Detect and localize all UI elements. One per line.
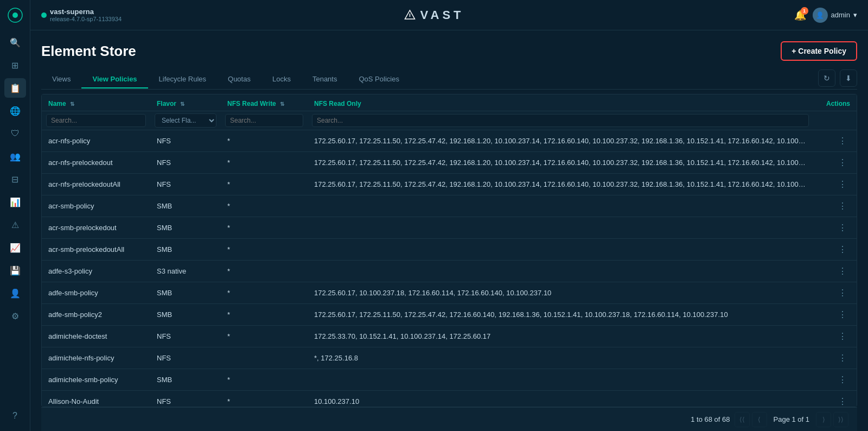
sidebar-item-trend[interactable]: 📈	[4, 238, 26, 257]
cell-nfs-ro: 172.25.33.70, 10.152.1.41, 10.100.237.14…	[308, 326, 813, 347]
cell-actions: ⋮	[813, 217, 857, 239]
row-actions-menu[interactable]: ⋮	[835, 265, 850, 277]
cell-name: adimichele-doctest	[42, 326, 150, 347]
table-row: adfe-smb-policy SMB * 172.25.60.17, 10.1…	[42, 282, 857, 304]
table-row: acr-smb-policy SMB * ⋮	[42, 195, 857, 217]
row-actions-menu[interactable]: ⋮	[835, 396, 850, 407]
cell-actions: ⋮	[813, 369, 857, 391]
table-row: adfe-smb-policy2 SMB * 172.25.60.17, 172…	[42, 304, 857, 326]
sidebar-item-help[interactable]: ?	[4, 406, 26, 426]
tab-tenants[interactable]: Tenants	[302, 71, 348, 88]
page-next-button[interactable]: ⟩	[816, 412, 831, 427]
row-actions-menu[interactable]: ⋮	[835, 309, 850, 320]
instance-status: vast-superna release-4.7.0-sp7-1133934	[41, 8, 122, 22]
pagination-range: 1 to 68 of 68	[691, 415, 730, 423]
sidebar-item-users[interactable]: 👥	[4, 147, 26, 166]
cell-nfs-rw: *	[221, 326, 308, 347]
user-settings-icon: 👤	[10, 288, 21, 299]
cell-flavor: NFS	[150, 152, 221, 174]
refresh-icon: ↻	[824, 74, 830, 83]
users-icon: 👥	[10, 151, 21, 162]
sidebar-item-chart[interactable]: 📊	[4, 192, 26, 212]
topbar-left: vast-superna release-4.7.0-sp7-1133934	[41, 8, 122, 22]
layers-icon: ⊟	[11, 174, 18, 185]
cell-flavor: SMB	[150, 304, 221, 326]
filter-nfs-ro-cell	[308, 111, 813, 130]
filter-nfs-rw-cell	[221, 111, 308, 130]
create-policy-button[interactable]: + Create Policy	[781, 41, 857, 61]
tabs-right: ↻ ⬇	[818, 69, 857, 89]
cell-name: acr-nfs-policy	[42, 130, 150, 152]
filter-name-input[interactable]	[46, 114, 146, 127]
cell-name: adfe-smb-policy2	[42, 304, 150, 326]
table-row: acr-nfs-prelockedoutAll NFS * 172.25.60.…	[42, 174, 857, 195]
cell-actions: ⋮	[813, 174, 857, 195]
globe-icon: 🌐	[10, 106, 21, 116]
sidebar-item-globe[interactable]: 🌐	[4, 101, 26, 121]
sidebar: 🔍 ⊞ 📋 🌐 🛡 👥 ⊟ 📊 ⚠ 📈 💾 👤 ⚙ ?	[0, 0, 30, 431]
app-logo[interactable]	[5, 5, 25, 25]
filter-nfs-ro-input[interactable]	[312, 114, 809, 127]
sidebar-item-storage[interactable]: 💾	[4, 261, 26, 280]
row-actions-menu[interactable]: ⋮	[835, 157, 850, 168]
refresh-button[interactable]: ↻	[818, 69, 835, 87]
cell-flavor: SMB	[150, 239, 221, 261]
topbar-right: 🔔 1 👤 admin ▾	[794, 8, 857, 23]
row-actions-menu[interactable]: ⋮	[835, 222, 850, 233]
sidebar-item-settings[interactable]: ⚙	[4, 306, 26, 326]
tab-locks[interactable]: Locks	[261, 71, 302, 88]
filter-name-cell	[42, 111, 150, 130]
download-icon: ⬇	[845, 74, 852, 83]
row-actions-menu[interactable]: ⋮	[835, 179, 850, 190]
cell-nfs-rw: *	[221, 130, 308, 152]
row-actions-menu[interactable]: ⋮	[835, 374, 850, 385]
tab-lifecycle-rules[interactable]: Lifecycle Rules	[148, 71, 217, 88]
filter-nfs-rw-input[interactable]	[225, 114, 303, 127]
col-header-flavor[interactable]: Flavor ⇅	[150, 94, 221, 111]
page-header: Element Store + Create Policy	[41, 41, 857, 61]
row-actions-menu[interactable]: ⋮	[835, 200, 850, 212]
row-actions-menu[interactable]: ⋮	[835, 244, 850, 255]
row-actions-menu[interactable]: ⋮	[835, 135, 850, 147]
tab-view-policies[interactable]: View Policies	[81, 71, 148, 88]
cell-actions: ⋮	[813, 347, 857, 369]
cell-flavor: SMB	[150, 369, 221, 391]
topbar-center: VAST	[404, 8, 464, 22]
download-button[interactable]: ⬇	[840, 69, 857, 87]
row-actions-menu[interactable]: ⋮	[835, 287, 850, 299]
sidebar-item-dashboard[interactable]: ⊞	[4, 55, 26, 75]
cell-flavor: NFS	[150, 391, 221, 408]
alert-button[interactable]: 🔔 1	[794, 9, 806, 21]
user-menu[interactable]: 👤 admin ▾	[813, 8, 857, 23]
tab-qos-policies[interactable]: QoS Policies	[348, 71, 410, 88]
sidebar-item-alert[interactable]: ⚠	[4, 215, 26, 234]
row-actions-menu[interactable]: ⋮	[835, 331, 850, 342]
cell-nfs-ro: 172.25.60.17, 172.25.11.50, 172.25.47.42…	[308, 174, 813, 195]
sidebar-item-user-settings[interactable]: 👤	[4, 283, 26, 303]
alert-count: 1	[801, 7, 808, 15]
page-prev-button[interactable]: ⟨	[752, 412, 767, 427]
tab-views[interactable]: Views	[41, 71, 81, 88]
cell-nfs-ro: 172.25.60.17, 10.100.237.18, 172.16.60.1…	[308, 282, 813, 304]
avatar-icon: 👤	[816, 11, 824, 19]
page-last-button[interactable]: ⟩⟩	[833, 412, 848, 427]
cell-nfs-rw: *	[221, 369, 308, 391]
sidebar-item-search[interactable]: 🔍	[4, 33, 26, 52]
col-header-nfs-rw[interactable]: NFS Read Write ⇅	[221, 94, 308, 111]
tab-quotas[interactable]: Quotas	[217, 71, 261, 88]
sidebar-item-shield[interactable]: 🛡	[4, 124, 26, 143]
cell-name: acr-nfs-prelockedout	[42, 152, 150, 174]
instance-name: vast-superna	[50, 8, 122, 16]
cell-nfs-ro	[308, 239, 813, 261]
filter-flavor-select[interactable]: Select Fla...	[155, 113, 216, 128]
table-row: adimichele-nfs-policy NFS *, 172.25.16.8…	[42, 347, 857, 369]
row-actions-menu[interactable]: ⋮	[835, 352, 850, 364]
sidebar-item-reports[interactable]: 📋	[4, 78, 26, 98]
cell-actions: ⋮	[813, 391, 857, 408]
table-row: adimichele-smb-policy SMB * ⋮	[42, 369, 857, 391]
col-header-name[interactable]: Name ⇅	[42, 94, 150, 111]
cell-flavor: NFS	[150, 174, 221, 195]
table-filter-row: Select Fla...	[42, 111, 857, 130]
page-first-button[interactable]: ⟨⟨	[735, 412, 750, 427]
sidebar-item-layers[interactable]: ⊟	[4, 169, 26, 189]
